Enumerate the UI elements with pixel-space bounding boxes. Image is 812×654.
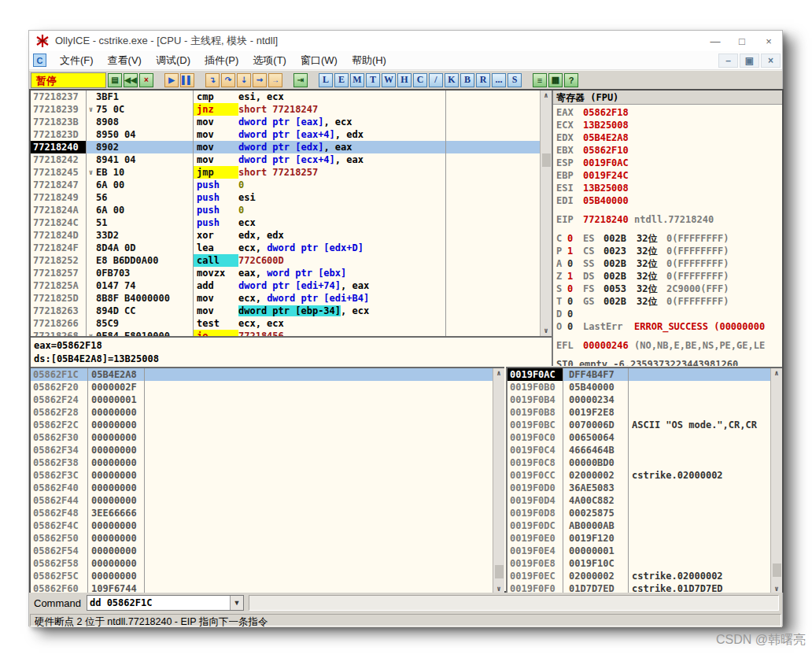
dump-row[interactable]: 05862F2400000001 bbox=[31, 394, 504, 406]
disassembly-row[interactable]: 7721823D8950 04movdword ptr [eax+4], edx bbox=[31, 128, 552, 141]
dump-row[interactable]: 05862F4000000000 bbox=[31, 482, 504, 494]
stack-scrollbar[interactable]: ∧ ∨ bbox=[770, 368, 782, 593]
register-row[interactable]: EDI05B40000 bbox=[556, 194, 782, 207]
disassembly-row[interactable]: 77218263894D CCmovdword ptr [ebp-34], ec… bbox=[31, 305, 552, 317]
disassembly-row[interactable]: 772182428941 04movdword ptr [ecx+4], eax bbox=[31, 153, 552, 166]
stack-row[interactable]: 0019F0D036AE5083 bbox=[507, 482, 782, 494]
eip-row[interactable]: EIP77218240 ntdll.77218240 bbox=[556, 213, 782, 226]
disassembly-row[interactable]: 77218239∨75 0Cjnzshort 77218247 bbox=[31, 103, 552, 116]
appearance-button[interactable]: ▦ bbox=[548, 73, 563, 87]
stack-row[interactable]: 0019F0C44666464B bbox=[507, 444, 782, 456]
stack-row[interactable]: 0019F0C000650064 bbox=[507, 431, 782, 444]
stack-row[interactable]: 0019F0CC02000002cstrike.02000002 bbox=[507, 469, 782, 482]
stack-row[interactable]: 0019F0E400000001 bbox=[507, 545, 782, 557]
options-button[interactable]: ≡ bbox=[533, 73, 547, 87]
scroll-up-icon[interactable]: ∧ bbox=[493, 368, 504, 379]
step-into-button[interactable]: ↴ bbox=[205, 73, 220, 87]
stack-row[interactable]: 0019F0D44A00C882 bbox=[507, 494, 782, 507]
flag-row[interactable]: D0 bbox=[556, 308, 782, 320]
disassembly-row[interactable]: 7721823B8908movdword ptr [eax], ecx bbox=[31, 116, 552, 128]
disassembly-row[interactable]: 77218252E8 B6DD0A00call772C600D bbox=[31, 254, 552, 267]
close-button[interactable]: × bbox=[755, 31, 782, 51]
stack-row[interactable]: 0019F0F001D7D7EDcstrike.01D7D7ED bbox=[507, 582, 782, 593]
stack-row[interactable]: 0019F0B400000234 bbox=[507, 394, 782, 406]
flag-row[interactable]: C0ES002B32位0(FFFFFFFF) bbox=[556, 232, 782, 245]
dump-row[interactable]: 05862F483EE66666 bbox=[31, 507, 504, 519]
menu-item[interactable]: 窗口(W) bbox=[293, 51, 345, 70]
stack-row[interactable]: 0019F0EC02000002cstrike.02000002 bbox=[507, 570, 782, 582]
flag-row[interactable]: S0FS005332位2C9000(FFF) bbox=[556, 283, 782, 295]
run-trace-window-button[interactable]: ... bbox=[492, 73, 506, 87]
dump-row[interactable]: 05862F60109F6744 bbox=[31, 582, 504, 593]
scrollbar-thumb[interactable] bbox=[495, 565, 504, 578]
flag-row[interactable]: P1CS002332位0(FFFFFFFF) bbox=[556, 245, 782, 257]
run-to-return-button[interactable]: → bbox=[268, 73, 282, 87]
dump-row[interactable]: 05862F3000000000 bbox=[31, 431, 504, 444]
scrollbar-thumb[interactable] bbox=[542, 153, 551, 167]
patches-window-button[interactable]: / bbox=[429, 73, 443, 87]
menu-item[interactable]: 插件(P) bbox=[197, 51, 245, 70]
disassembly-row[interactable]: 77218268∨0F84 E8010000je77218456 bbox=[31, 330, 552, 336]
disassembly-row[interactable]: 772182570FB703movzxeax, word ptr [ebx] bbox=[31, 267, 552, 279]
disassembly-row[interactable]: 7721826685C9testecx, ecx bbox=[31, 317, 552, 330]
dump-row[interactable]: 05862F5400000000 bbox=[31, 545, 504, 557]
scrollbar-thumb[interactable] bbox=[773, 563, 781, 577]
close-program-button[interactable]: × bbox=[139, 73, 153, 87]
animate-into-button[interactable]: ⇣ bbox=[237, 73, 251, 87]
disassembly-row[interactable]: 77218245∨EB 10jmpshort 77218257 bbox=[31, 166, 552, 179]
log-window-button[interactable]: L bbox=[319, 73, 333, 87]
restart-button[interactable]: ◀◀ bbox=[124, 73, 138, 87]
scroll-down-icon[interactable]: ∨ bbox=[541, 326, 552, 336]
stack-row[interactable]: 0019F0DCAB0000AB bbox=[507, 519, 782, 532]
call-stack-window-button[interactable]: K bbox=[445, 73, 459, 87]
dump-scrollbar[interactable]: ∧ ∨ bbox=[493, 368, 504, 593]
dump-row[interactable]: 05862F4C00000000 bbox=[31, 519, 504, 532]
disassembly-pane[interactable]: 772182373BF1cmpesi, ecx77218239∨75 0Cjnz… bbox=[31, 91, 552, 336]
menu-item[interactable]: 调试(D) bbox=[149, 51, 197, 70]
disassembly-scrollbar[interactable]: ∧ ∨ bbox=[540, 91, 552, 336]
disassembly-row[interactable]: 772182476A 00push0 bbox=[31, 179, 552, 191]
cpu-window-button[interactable]: C bbox=[413, 73, 427, 87]
goto-button[interactable]: ⇥ bbox=[293, 73, 308, 87]
disassembly-row[interactable]: 7721824956pushesi bbox=[31, 191, 552, 204]
menu-item[interactable]: 选项(T) bbox=[245, 51, 293, 70]
run-button[interactable]: ▶ bbox=[164, 73, 179, 87]
register-row[interactable]: EBP0019F24C bbox=[556, 169, 782, 182]
cpu-window-icon[interactable]: C bbox=[33, 54, 46, 67]
registers-pane[interactable]: 寄存器 (FPU) EAX05862F18ECX13B25008EDX05B4E… bbox=[552, 91, 782, 366]
open-file-button[interactable]: ▤ bbox=[108, 73, 122, 87]
maximize-button[interactable]: □ bbox=[729, 31, 755, 51]
handles-window-button[interactable]: H bbox=[397, 73, 412, 87]
flag-row[interactable]: A0SS002B32位0(FFFFFFFF) bbox=[556, 257, 782, 270]
register-row[interactable]: EAX05862F18 bbox=[556, 106, 782, 119]
flag-row[interactable]: Z1DS002B32位0(FFFFFFFF) bbox=[556, 270, 782, 283]
stack-row[interactable]: 0019F0B005B40000 bbox=[507, 381, 782, 394]
dump-row[interactable]: 05862F5000000000 bbox=[31, 532, 504, 545]
chevron-down-icon[interactable]: ▼ bbox=[230, 596, 243, 610]
animate-over-button[interactable]: ⇝ bbox=[253, 73, 267, 87]
dump-row[interactable]: 05862F3800000000 bbox=[31, 456, 504, 469]
menu-item[interactable]: 帮助(H) bbox=[345, 51, 393, 70]
step-over-button[interactable]: ↷ bbox=[221, 73, 235, 87]
title-bar[interactable]: OllyICE - cstrike.exe - [CPU - 主线程, 模块 -… bbox=[29, 31, 782, 51]
register-row[interactable]: ECX13B25008 bbox=[556, 119, 782, 131]
dump-row[interactable]: 05862F3400000000 bbox=[31, 444, 504, 456]
help-button[interactable]: ? bbox=[564, 73, 578, 87]
scroll-up-icon[interactable]: ∧ bbox=[771, 368, 782, 379]
source-window-button[interactable]: S bbox=[507, 73, 522, 87]
dump-row[interactable]: 05862F4400000000 bbox=[31, 494, 504, 507]
stack-row[interactable]: 0019F0ACDFF4B4F7 bbox=[507, 368, 782, 381]
memory-dump-pane[interactable]: 05862F1C05B4E2A805862F200000002F05862F24… bbox=[31, 367, 504, 593]
threads-window-button[interactable]: T bbox=[366, 73, 380, 87]
disassembly-row[interactable]: 7721824C51pushecx bbox=[31, 216, 552, 229]
efl-row[interactable]: EFL00000246 (NO,NB,E,BE,NS,PE,GE,LE bbox=[556, 339, 782, 352]
register-row[interactable]: ESP0019F0AC bbox=[556, 157, 782, 169]
disassembly-row[interactable]: 7721824D33D2xoredx, edx bbox=[31, 229, 552, 242]
dump-row[interactable]: 05862F1C05B4E2A8 bbox=[31, 368, 504, 381]
register-row[interactable]: ESI13B25008 bbox=[556, 182, 782, 194]
register-row[interactable]: EDX05B4E2A8 bbox=[556, 131, 782, 144]
stack-row[interactable]: 0019F0E80019F10C bbox=[507, 557, 782, 570]
menu-item[interactable]: 查看(V) bbox=[101, 51, 149, 70]
disassembly-row[interactable]: 772182373BF1cmpesi, ecx bbox=[31, 91, 552, 103]
command-combobox[interactable]: dd 05862F1C ▼ bbox=[87, 595, 244, 611]
